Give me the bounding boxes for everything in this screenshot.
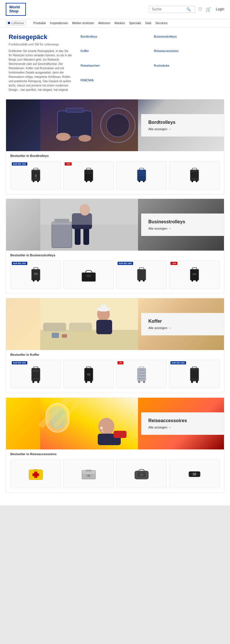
hero-link-rucksaecke[interactable]: Rucksäcke bbox=[154, 64, 221, 77]
hero-link-businesstrolleys[interactable]: Businesstrolleys bbox=[154, 35, 221, 48]
svg-rect-17 bbox=[85, 172, 92, 172]
svg-point-48 bbox=[33, 280, 34, 282]
product-card[interactable] bbox=[116, 459, 167, 488]
logo-line2: Shop bbox=[9, 9, 22, 13]
page-footer bbox=[0, 497, 230, 505]
wishlist-icon[interactable]: ♡ bbox=[198, 7, 202, 12]
businesstrolleys-link[interactable]: Alle anzeigen → bbox=[148, 227, 217, 230]
svg-rect-90 bbox=[138, 378, 145, 379]
koffer-icon bbox=[188, 365, 201, 385]
product-image bbox=[27, 365, 44, 385]
svg-point-30 bbox=[143, 172, 144, 173]
reiseaccessoires-link[interactable]: Alle anzeigen → bbox=[148, 426, 217, 429]
product-card[interactable]: -5% bbox=[116, 360, 167, 389]
nav-specials[interactable]: Specials bbox=[129, 21, 141, 25]
reiseaccessoires-banner: Reiseaccessoires Alle anzeigen → bbox=[6, 398, 224, 449]
svg-rect-96 bbox=[191, 379, 198, 380]
hero-link-rimowa[interactable]: RIMOWA bbox=[80, 78, 148, 92]
trolley-icon bbox=[188, 266, 201, 284]
koffer-link[interactable]: Alle anzeigen → bbox=[148, 326, 217, 330]
product-image bbox=[186, 464, 203, 484]
businesstrolleys-title: Businesstrolleys bbox=[148, 219, 217, 224]
product-card[interactable]: NUR BEI UNS bbox=[116, 260, 167, 289]
svg-point-27 bbox=[143, 180, 145, 182]
svg-rect-38 bbox=[52, 222, 72, 248]
cart-icon[interactable]: 🛒 bbox=[206, 7, 211, 12]
product-card[interactable]: NUR BEI UNS bbox=[169, 360, 220, 389]
bag-icon bbox=[81, 269, 97, 282]
hero-link-koffer[interactable]: Koffer bbox=[80, 49, 148, 63]
product-card[interactable]: -70% bbox=[63, 161, 114, 190]
search-input[interactable] bbox=[152, 7, 186, 11]
svg-rect-52 bbox=[87, 274, 91, 277]
page-wrapper: World Shop 🔍 ♡ 🛒 Login Lufthansa Produkt… bbox=[0, 0, 230, 505]
product-card[interactable]: NUR BEI UNS bbox=[10, 260, 61, 289]
product-card[interactable] bbox=[63, 360, 114, 389]
product-card[interactable] bbox=[169, 459, 220, 488]
bordtrolleys-info-box: Bordtrolleys Alle anzeigen → bbox=[141, 114, 224, 137]
svg-point-49 bbox=[37, 280, 39, 282]
bordtrolleys-title: Bordtrolleys bbox=[148, 120, 217, 125]
nav-services[interactable]: Services bbox=[156, 21, 168, 25]
svg-rect-77 bbox=[32, 378, 39, 379]
svg-point-83 bbox=[90, 381, 92, 383]
svg-rect-23 bbox=[138, 172, 145, 172]
svg-rect-34 bbox=[191, 178, 198, 180]
svg-point-13 bbox=[37, 180, 39, 182]
search-bar[interactable]: 🔍 bbox=[149, 6, 195, 13]
svg-rect-122 bbox=[140, 474, 143, 476]
nav-inspirationen[interactable]: Inspirationen bbox=[50, 21, 68, 25]
main-nav: Produkte Inspirationen Meilen einlösen A… bbox=[33, 21, 168, 25]
hero-link-bordtrolleys[interactable]: Bordtrolleys bbox=[80, 35, 148, 48]
trolley-icon bbox=[188, 166, 201, 185]
product-card[interactable] bbox=[169, 161, 220, 190]
koffer-bestseller-label: Bestseller in Koffer bbox=[6, 350, 224, 358]
svg-rect-72 bbox=[62, 334, 67, 338]
product-card[interactable] bbox=[63, 459, 114, 488]
login-button[interactable]: Login bbox=[216, 7, 224, 11]
svg-point-26 bbox=[139, 180, 140, 182]
bordtrolleys-link[interactable]: Alle anzeigen → bbox=[148, 127, 217, 131]
svg-rect-18 bbox=[85, 173, 92, 174]
nav-aktionen[interactable]: Aktionen bbox=[98, 21, 110, 25]
product-badge-sale: -5% bbox=[118, 361, 123, 364]
product-card[interactable] bbox=[10, 459, 61, 488]
businesstrolleys-banner: Businesstrolleys Alle anzeigen → bbox=[6, 199, 224, 251]
hero-link-reiseaccessoires[interactable]: Reiseaccessoires bbox=[154, 49, 221, 63]
svg-rect-40 bbox=[75, 228, 80, 245]
product-card[interactable] bbox=[63, 260, 114, 289]
svg-point-92 bbox=[143, 381, 145, 383]
hero-links: Bordtrolleys Businesstrolleys Koffer Rei… bbox=[80, 33, 221, 92]
svg-rect-3 bbox=[66, 108, 83, 112]
reiseaccessoires-bestseller-label: Bestseller in Reiseaccessoires bbox=[6, 449, 224, 457]
section-bordtrolleys: Bordtrolleys Alle anzeigen → Bestseller … bbox=[6, 99, 224, 194]
svg-rect-111 bbox=[32, 473, 39, 476]
svg-point-91 bbox=[138, 381, 140, 383]
product-card[interactable]: NUR BEI UNS bbox=[10, 161, 61, 190]
nav-meilen[interactable]: Meilen einlösen bbox=[72, 21, 94, 25]
svg-rect-54 bbox=[137, 269, 146, 280]
product-card[interactable]: NUR BEI UNS bbox=[10, 360, 61, 389]
product-card[interactable]: -10% bbox=[169, 260, 220, 289]
svg-rect-45 bbox=[40, 199, 138, 225]
nav-produkte[interactable]: Produkte bbox=[33, 21, 46, 25]
svg-rect-87 bbox=[138, 370, 145, 370]
nav-sale[interactable]: Sale bbox=[145, 21, 151, 25]
koffer-info-box: Koffer Alle anzeigen → bbox=[141, 313, 224, 335]
svg-rect-66 bbox=[69, 323, 92, 331]
nav-marken[interactable]: Marken bbox=[114, 21, 125, 25]
svg-rect-127 bbox=[196, 473, 200, 475]
svg-point-102 bbox=[98, 418, 114, 435]
hero-link-reisetaschen[interactable]: Reisetaschen bbox=[80, 64, 148, 77]
trolley-icon bbox=[82, 166, 95, 185]
svg-rect-112 bbox=[34, 469, 38, 471]
svg-rect-65 bbox=[43, 323, 66, 331]
product-card[interactable] bbox=[116, 161, 167, 190]
logo[interactable]: World Shop bbox=[6, 3, 26, 16]
svg-rect-10 bbox=[32, 170, 39, 171]
svg-point-105 bbox=[100, 427, 103, 429]
lufthansa-dot bbox=[8, 22, 10, 24]
svg-point-97 bbox=[191, 381, 193, 383]
product-badge-sale: -10% bbox=[170, 262, 177, 265]
product-image bbox=[186, 166, 203, 186]
